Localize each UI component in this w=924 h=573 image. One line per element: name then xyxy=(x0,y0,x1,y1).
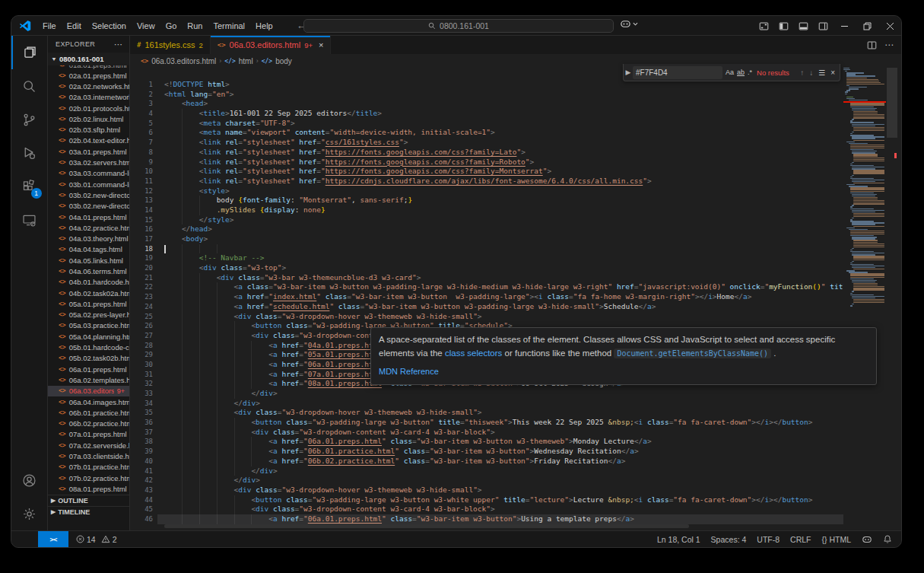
file-item[interactable]: <>03b.01.command-line... xyxy=(48,179,129,189)
file-item[interactable]: <>04b.01.hardcode.html xyxy=(48,277,129,288)
code-line[interactable]: 33 </div> xyxy=(130,389,843,399)
code-line[interactable]: 36 <button class="w3-padding-large w3-bu… xyxy=(130,418,843,428)
menu-item-edit[interactable]: Edit xyxy=(62,18,87,33)
menu-item-help[interactable]: Help xyxy=(250,18,278,33)
language-mode[interactable]: {} HTML xyxy=(821,535,851,544)
file-item[interactable]: <>04a.01.preps.html xyxy=(48,212,129,222)
code-line[interactable]: 22 <a class="w3-bar-item w3-button w3-pa… xyxy=(130,282,843,292)
match-case-icon[interactable]: Aa xyxy=(726,68,734,76)
code-line[interactable]: 38 <a href="06a.01.preps.html" class="w3… xyxy=(130,437,843,447)
restore-button[interactable] xyxy=(856,16,878,36)
file-item[interactable]: <>06b.01.practice.html xyxy=(48,407,129,418)
code-line[interactable]: 3 <head> xyxy=(130,99,843,109)
file-item[interactable]: <>05b.02.task02b.html xyxy=(48,353,129,364)
timeline-section[interactable]: ▶ TIMELINE xyxy=(48,506,129,517)
customize-layout-icon[interactable] xyxy=(754,16,773,36)
code-line[interactable]: 34 </div> xyxy=(130,399,843,409)
remote-explorer-icon[interactable] xyxy=(11,203,48,237)
code-line[interactable]: 19 <!-- Navbar --> xyxy=(130,253,843,263)
search-icon[interactable] xyxy=(11,69,48,103)
code-line[interactable]: 16 </head> xyxy=(130,224,843,234)
file-item[interactable]: <>05b.01.hardcode-css.... xyxy=(48,342,129,352)
extensions-icon[interactable]: 1 xyxy=(11,170,48,203)
file-item[interactable]: <>04a.03.theory.html xyxy=(48,233,129,244)
code-line[interactable]: 44 <button class="w3-padding-large w3-bu… xyxy=(130,495,843,505)
code-editor[interactable]: 1<!DOCTYPE html>2<html lang="en">3 <head… xyxy=(130,68,843,530)
cursor-position[interactable]: Ln 18, Col 1 xyxy=(657,535,700,544)
close-button[interactable] xyxy=(878,16,901,36)
menu-item-file[interactable]: File xyxy=(37,18,62,33)
code-line[interactable]: 8 <link rel="stylesheet" href="https://f… xyxy=(130,148,843,158)
code-line[interactable]: 10 <link rel="stylesheet" href="https://… xyxy=(130,167,843,177)
code-line[interactable]: 35 <div class="w3-dropdown-hover w3-them… xyxy=(130,408,843,418)
vertical-scrollbar[interactable] xyxy=(886,68,898,530)
find-next-icon[interactable]: ↓ xyxy=(809,68,813,77)
explorer-icon[interactable] xyxy=(11,36,48,69)
problems-status[interactable]: 14 2 xyxy=(76,535,117,544)
breadcrumb-html[interactable]: html xyxy=(239,57,253,65)
file-item[interactable]: <>03a.01.preps.html xyxy=(48,146,129,157)
code-line[interactable]: 24 <a href="schedule.html" class="w3-bar… xyxy=(130,302,843,312)
file-item[interactable]: <>05a.04.planning.html xyxy=(48,331,129,342)
file-item[interactable]: <>03a.03.command-line... xyxy=(48,168,129,179)
split-editor-icon[interactable] xyxy=(867,40,877,50)
code-line[interactable]: 9 <link rel="stylesheet" href="https://f… xyxy=(130,158,843,167)
notifications-bell-icon[interactable] xyxy=(883,534,892,544)
file-item[interactable]: <>04b.02.task02a.html xyxy=(48,288,129,298)
indentation[interactable]: Spaces: 4 xyxy=(711,535,747,544)
tab-161styles-css[interactable]: # 161styles.css 2 xyxy=(130,36,211,54)
file-item[interactable]: <>06a.03.editors....9+ xyxy=(48,386,129,396)
tab-close-icon[interactable]: × xyxy=(319,40,323,49)
code-line[interactable]: 14 .mySlides {display: none} xyxy=(130,205,843,215)
file-item[interactable]: <>06a.01.preps.html xyxy=(48,364,129,374)
file-item[interactable]: <>05a.03.practice.html xyxy=(48,320,129,331)
code-line[interactable]: 12 <style> xyxy=(130,186,843,196)
menu-item-terminal[interactable]: Terminal xyxy=(208,18,251,33)
code-line[interactable]: 23 <a href="index.html" class="w3-bar-it… xyxy=(130,292,843,302)
breadcrumb-body[interactable]: body xyxy=(275,57,292,65)
code-line[interactable]: 11 <link rel="stylesheet" href="https://… xyxy=(130,177,843,186)
code-line[interactable]: 39 <a href="06b.01.practice.html" class=… xyxy=(130,447,843,457)
breadcrumb-file[interactable]: 06a.03.editors.html xyxy=(151,57,216,65)
file-item[interactable]: <>06b.02.practice.html xyxy=(48,419,129,429)
file-item[interactable]: <>08a.01.preps.html xyxy=(48,483,129,494)
minimap[interactable] xyxy=(843,68,886,530)
file-item[interactable]: <>04a.06.terms.html xyxy=(48,266,129,276)
find-in-selection-icon[interactable]: ☰ xyxy=(818,68,825,77)
file-item[interactable]: <>02b.04.text-editor.html xyxy=(48,135,129,146)
settings-gear-icon[interactable] xyxy=(11,497,48,530)
menu-item-go[interactable]: Go xyxy=(160,18,183,33)
minimize-button[interactable] xyxy=(833,16,856,36)
file-item[interactable]: <>03b.02.new-directory.... xyxy=(48,201,129,212)
run-and-debug-icon[interactable] xyxy=(11,136,48,170)
encoding[interactable]: UTF-8 xyxy=(757,535,780,544)
code-line[interactable]: 13 body {font-family: "Montserrat", sans… xyxy=(130,196,843,205)
accounts-icon[interactable] xyxy=(11,463,48,497)
copilot-status-icon[interactable] xyxy=(862,534,872,545)
menu-item-view[interactable]: View xyxy=(132,18,160,33)
code-line[interactable]: 41 </div> xyxy=(130,466,843,476)
file-item[interactable]: <>03b.02.new-directory... xyxy=(48,189,129,200)
code-line[interactable]: 21 <div class="w3-bar w3-themeuncblue-d3… xyxy=(130,273,843,283)
horizontal-scrollbar[interactable] xyxy=(164,524,689,528)
eol-sequence[interactable]: CRLF xyxy=(790,535,811,544)
file-item[interactable]: <>02a.02.networks.html xyxy=(48,81,129,91)
code-line[interactable]: 2<html lang="en"> xyxy=(130,90,843,100)
explorer-more-actions-icon[interactable]: ⋯ xyxy=(114,40,123,49)
code-line[interactable]: 15 </style> xyxy=(130,215,843,225)
file-item[interactable]: <>02b.03.sftp.html xyxy=(48,124,129,135)
whole-word-icon[interactable]: ab xyxy=(737,68,745,76)
file-item[interactable]: <>02a.01.preps.html xyxy=(48,70,129,81)
file-item[interactable]: <>02b.02.linux.html xyxy=(48,113,129,124)
code-line[interactable]: 45 <div class="w3-dropdown-content w3-ca… xyxy=(130,505,843,514)
command-center[interactable]: 0800.161-001 xyxy=(303,19,614,33)
find-close-icon[interactable]: × xyxy=(830,68,835,77)
code-line[interactable]: 4 <title>161-001 22 Sep 2025 editors</ti… xyxy=(130,109,843,119)
toggle-secondary-sidebar-icon[interactable] xyxy=(813,16,833,36)
file-item[interactable]: <>07a.03.clientside.html xyxy=(48,450,129,461)
find-previous-icon[interactable]: ↑ xyxy=(800,68,804,77)
code-line[interactable]: 7 <link rel="stylesheet" href="css/161st… xyxy=(130,138,843,148)
file-item[interactable]: <>04a.04.tags.html xyxy=(48,244,129,255)
file-item[interactable]: <>07b.01.practice.html xyxy=(48,462,129,473)
scrollbar-slider[interactable] xyxy=(887,68,897,138)
